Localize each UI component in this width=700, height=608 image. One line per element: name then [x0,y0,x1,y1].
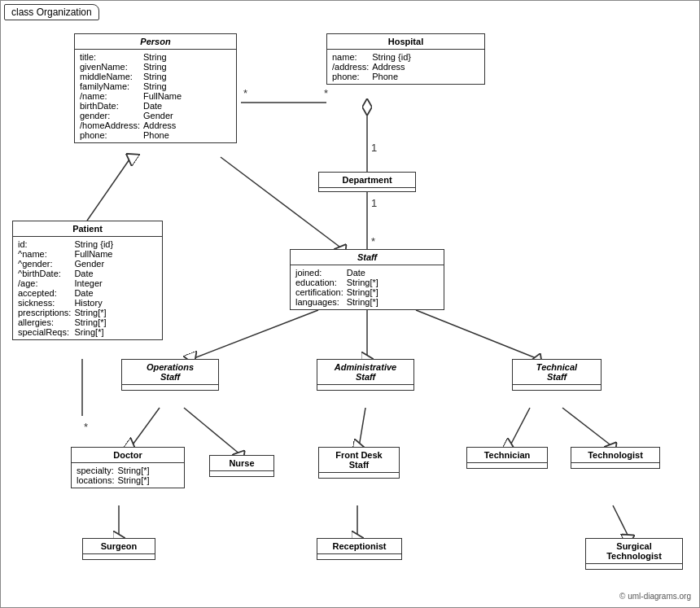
class-technical-staff-header: Technical Staff [513,360,601,385]
class-person-body: title:String givenName:String middleName… [75,50,236,142]
class-person: Person title:String givenName:String mid… [74,33,237,143]
class-patient-header: Patient [13,221,162,237]
class-patient: Patient id:String {id} ^name:FullName ^g… [12,221,163,340]
class-nurse: Nurse [209,455,274,477]
class-receptionist-body [317,554,401,559]
svg-line-10 [416,310,538,359]
svg-text:*: * [371,235,375,247]
class-operations-staff: Operations Staff [121,359,219,391]
class-administrative-staff-header: Administrative Staff [317,360,413,385]
class-technician-body [467,463,547,468]
class-receptionist-header: Receptionist [317,539,401,554]
class-operations-staff-header: Operations Staff [122,360,218,385]
svg-line-8 [192,310,318,359]
class-staff-header: Staff [291,250,444,265]
class-hospital-header: Hospital [327,34,484,50]
class-surgical-technologist: Surgical Technologist [585,538,683,570]
class-technologist-body [571,463,659,468]
class-technical-staff: Technical Staff [512,359,602,391]
class-front-desk-staff-header: Front Desk Staff [319,448,399,473]
diagram-container: class Organization Department (aggregati… [0,0,700,608]
class-technologist: Technologist [571,447,660,469]
svg-text:*: * [324,87,328,99]
svg-line-18 [613,505,629,538]
diagram-title: class Organization [4,4,99,20]
class-department-header: Department [319,173,415,188]
class-staff: Staff joined:Date education:String[*] ce… [290,249,444,310]
svg-line-12 [184,408,241,455]
class-technician: Technician [466,447,548,469]
class-receptionist: Receptionist [317,538,402,560]
svg-line-3 [87,157,131,221]
class-surgical-technologist-header: Surgical Technologist [586,539,682,564]
class-person-header: Person [75,34,236,50]
class-department-body [319,188,415,191]
class-staff-body: joined:Date education:String[*] certific… [291,265,444,309]
class-patient-body: id:String {id} ^name:FullName ^gender:Ge… [13,237,162,339]
class-technologist-header: Technologist [571,448,659,463]
copyright: © uml-diagrams.org [619,592,691,601]
class-operations-staff-body [122,385,218,390]
class-doctor-body: specialty:String[*] locations:String[*] [72,463,184,488]
svg-text:1: 1 [371,197,377,209]
class-administrative-staff-body [317,385,413,390]
svg-text:1: 1 [371,142,377,154]
svg-text:*: * [84,421,88,433]
class-front-desk-staff-body [319,473,399,478]
svg-line-13 [359,408,365,447]
class-hospital-body: name:String {id} /address:Address phone:… [327,50,484,84]
class-administrative-staff: Administrative Staff [317,359,414,391]
svg-line-15 [562,408,613,447]
class-doctor-header: Doctor [72,448,184,463]
svg-text:*: * [243,87,247,99]
class-nurse-body [210,471,273,476]
svg-line-4 [221,157,343,249]
class-hospital: Hospital name:String {id} /address:Addre… [326,33,485,85]
class-doctor: Doctor specialty:String[*] locations:Str… [71,447,185,488]
class-nurse-header: Nurse [210,456,273,471]
class-surgeon: Surgeon [82,538,155,560]
class-department: Department [318,172,416,192]
class-technical-staff-body [513,385,601,390]
svg-line-14 [510,408,530,447]
class-technician-header: Technician [467,448,547,463]
svg-line-11 [131,408,160,447]
class-surgical-technologist-body [586,564,682,569]
class-surgeon-header: Surgeon [83,539,155,554]
class-surgeon-body [83,554,155,559]
class-front-desk-staff: Front Desk Staff [318,447,400,479]
